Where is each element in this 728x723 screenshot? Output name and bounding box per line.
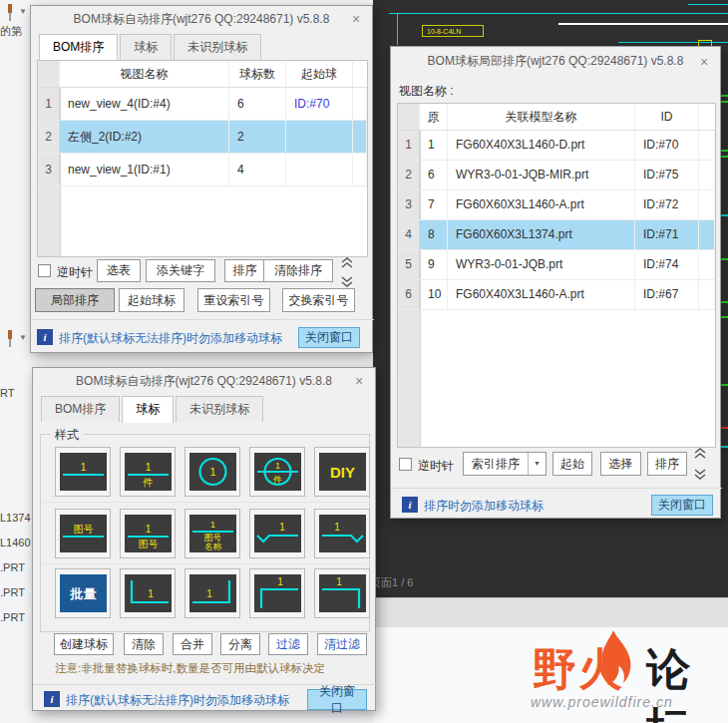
titlebar[interactable]: BOM球标局部排序(wjt276 QQ:29248671) v5.8.8 (391, 47, 720, 75)
table-row[interactable]: 3new_view_1(ID:#1)4 (38, 154, 367, 186)
button-分离[interactable]: 分离 (220, 633, 260, 655)
close-icon[interactable]: × (348, 6, 364, 32)
table-row[interactable]: 2左侧_2(ID:#2)2 (38, 121, 367, 154)
wireframe-tick (721, 316, 728, 318)
chevron-down-icon[interactable]: ▼ (19, 333, 27, 342)
column-header[interactable]: 关联模型名称 (448, 104, 635, 130)
balloon-style-line-num-drawno-name[interactable]: 1图号名称 (184, 509, 240, 558)
info-text: 排序(默认球标无法排序)时勿添加移动球标 (59, 330, 282, 347)
chevron-down-icon[interactable]: ▼ (19, 7, 27, 16)
balloon-style-leader-right[interactable]: 1 (314, 509, 370, 558)
balloon-style-circle-num[interactable]: 1 (184, 447, 240, 497)
button-添关键字[interactable]: 添关键字 (146, 259, 215, 282)
cell-model-name: FG60X40X3L1460-D.prt (448, 131, 635, 160)
table-row[interactable]: 48FG60X60X3L1374.prtID:#71 (398, 220, 715, 250)
chevron-up-icon (341, 257, 353, 269)
tool-icon[interactable] (3, 329, 17, 348)
divider (43, 563, 367, 564)
button-选表[interactable]: 选表 (97, 259, 141, 282)
button-重设索引号[interactable]: 重设索引号 (197, 288, 270, 312)
column-header[interactable]: 原 (420, 104, 448, 130)
tab-球标[interactable]: 球标 (122, 396, 174, 423)
button-交换索引号[interactable]: 交换索引号 (282, 288, 355, 312)
ccw-checkbox[interactable] (399, 458, 412, 471)
window-bom-auto-sort: BOM球标自动排序(wjt276 QQ:29248671) v5.8.8 × B… (30, 5, 373, 353)
table-row[interactable]: 37FG60X60X3L1460-A.prtID:#72 (398, 190, 715, 220)
spinner-control[interactable] (692, 448, 708, 480)
button-清除[interactable]: 清除 (124, 633, 164, 655)
balloon-style-elbow-up-right-icon: 1 (189, 574, 236, 612)
column-header[interactable]: 球标数 (229, 61, 286, 87)
tool-icon[interactable] (3, 3, 17, 22)
table-row[interactable]: 59WYR3-0-01-JQB.prtID:#74 (398, 250, 715, 280)
spinner-control[interactable] (340, 257, 354, 287)
table-row[interactable]: 1new_view_4(ID:#4)6ID:#70 (38, 88, 367, 121)
ccw-checkbox[interactable] (38, 264, 51, 277)
balloon-style-line-num-drawno[interactable]: 1图号 (120, 509, 176, 558)
balloon-style-line-num[interactable]: 1 (55, 447, 111, 497)
button-过滤[interactable]: 过滤 (268, 633, 308, 655)
cell-model-name: FG60X40X3L1460-A.prt (448, 280, 635, 309)
tab-未识别球标[interactable]: 未识别球标 (176, 396, 263, 422)
button-局部排序[interactable]: 局部排序 (35, 288, 115, 312)
balloon-style-line-num-qty-icon: 1件 (125, 453, 172, 491)
cell-view-name: new_view_4(ID:#4) (60, 88, 229, 120)
cell-extra (699, 280, 715, 309)
tab-BOM排序[interactable]: BOM排序 (41, 396, 120, 422)
balloon-style-line-num-drawno-icon: 1图号 (125, 515, 172, 552)
table-row[interactable]: 11FG60X40X3L1460-D.prtID:#70 (398, 131, 715, 161)
button-起始[interactable]: 起始 (552, 452, 592, 476)
button-创建球标[interactable]: 创建球标 (54, 633, 114, 655)
table-header: 原关联模型名称ID (398, 104, 715, 131)
table-row[interactable]: 26WYR3-0-01-JQB-MIR.prtID:#75 (398, 161, 715, 190)
balloon-style-elbow-up-right[interactable]: 1 (184, 568, 240, 618)
titlebar[interactable]: BOM球标自动排序(wjt276 QQ:29248671) v5.8.8 (33, 368, 375, 394)
button-起始球标[interactable]: 起始球标 (119, 288, 184, 312)
wireframe-tick (721, 156, 728, 158)
tab-未识别球标[interactable]: 未识别球标 (174, 34, 261, 60)
button-清除排序[interactable]: 清除排序 (263, 259, 333, 282)
tab-BOM排序[interactable]: BOM排序 (39, 34, 118, 61)
button-选择[interactable]: 选择 (600, 452, 641, 476)
balloon-style-line-drawno[interactable]: 图号 (55, 509, 111, 558)
column-header[interactable]: ID (635, 104, 699, 130)
table-row[interactable]: 610FG60X40X3L1460-A.prtID:#67 (398, 280, 715, 310)
column-header[interactable]: 起始球 (286, 61, 353, 87)
cell-extra (699, 220, 715, 249)
button-排序[interactable]: 排序 (224, 259, 265, 282)
balloon-style-batch[interactable]: 批量 (55, 568, 111, 618)
wireframe-tick (721, 258, 728, 260)
row-number: 5 (398, 250, 420, 279)
balloon-style-elbow-up-left[interactable]: 1 (120, 568, 176, 618)
logo-url: www.proewildfire.cn (531, 694, 673, 710)
close-window-button[interactable]: 关闭窗口 (651, 495, 713, 516)
cell-extra (353, 154, 367, 185)
close-window-button[interactable]: 关闭窗口 (298, 327, 360, 348)
balloon-style-line-num-qty[interactable]: 1件 (120, 447, 176, 497)
balloon-style-circle-num-qty[interactable]: 1件 (249, 447, 305, 497)
divider (31, 319, 374, 320)
cell-model-name: WYR3-0-01-JQB.prt (448, 250, 635, 279)
balloon-style-leader-left[interactable]: 1 (249, 509, 305, 558)
button-清过滤[interactable]: 清过滤 (317, 633, 367, 655)
column-header[interactable]: 视图名称 (60, 61, 229, 87)
close-icon[interactable]: × (696, 49, 712, 75)
balloon-style-diy[interactable]: DIY (314, 447, 370, 497)
balloon-style-elbow-down-left[interactable]: 1 (249, 568, 305, 618)
close-icon[interactable]: × (351, 368, 367, 394)
balloon-style-batch-icon: 批量 (60, 574, 107, 612)
tree-text-fragment: L1460 (0, 537, 31, 548)
cell-original-index: 6 (420, 161, 448, 189)
cell-id: ID:#74 (635, 250, 699, 279)
button-合并[interactable]: 合并 (173, 633, 212, 655)
cell-extra (353, 88, 367, 120)
sort-mode-dropdown[interactable]: 索引排序 ▼ (463, 452, 546, 476)
balloon-style-elbow-down-right[interactable]: 1 (314, 568, 370, 618)
close-window-button[interactable]: 关闭窗口 (307, 689, 367, 710)
wireframe-tick (721, 95, 728, 97)
screen: 10-8-C4LN 页面1 / 6 ▼ ▼ 的第RTL1374L1460.PRT… (0, 0, 728, 723)
titlebar[interactable]: BOM球标自动排序(wjt276 QQ:29248671) v5.8.8 (31, 6, 372, 32)
tab-球标[interactable]: 球标 (120, 34, 172, 60)
wireframe-line (389, 13, 728, 14)
button-排序[interactable]: 排序 (647, 452, 687, 476)
